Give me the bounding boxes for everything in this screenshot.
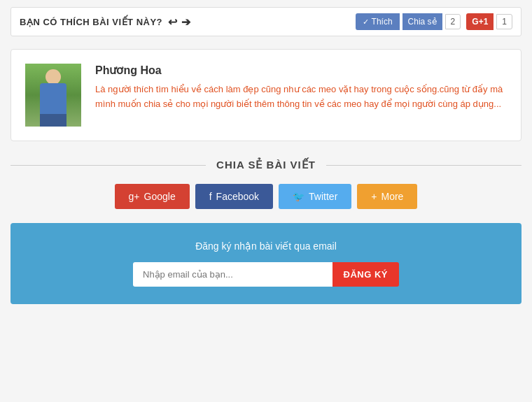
person-head	[46, 69, 61, 85]
check-icon: ✓	[363, 17, 369, 27]
google-share-button[interactable]: g+ Google	[115, 184, 190, 209]
twitter-label: Twitter	[309, 191, 337, 202]
email-input[interactable]	[133, 262, 332, 287]
twitter-share-button[interactable]: 🐦 Twitter	[279, 184, 351, 209]
facebook-label: Facebook	[216, 191, 259, 202]
google-label: Google	[144, 191, 176, 202]
more-label: More	[382, 191, 404, 202]
divider-left	[10, 165, 206, 166]
chia-se-count: 2	[445, 14, 461, 29]
gplus-count: 1	[496, 14, 512, 29]
page-wrapper: BẠN CÓ THÍCH BÀI VIẾT NÀY? ↩ ➔ ✓ Thích C…	[0, 0, 532, 311]
gplus-label: G+1	[472, 17, 488, 27]
more-share-button[interactable]: + More	[357, 184, 417, 209]
facebook-icon: f	[209, 191, 212, 202]
gplus-button[interactable]: G+1	[466, 13, 493, 30]
share-buttons: g+ Google f Facebook 🐦 Twitter + More	[10, 184, 522, 209]
chia-se-button[interactable]: Chia sẻ	[402, 13, 442, 30]
email-signup-section: Đăng ký nhận bài viết qua email ĐĂNG KÝ	[10, 223, 522, 304]
divider-right	[326, 165, 522, 166]
avatar-image	[25, 64, 81, 127]
share-divider: CHIA SẺ BÀI VIẾT	[10, 159, 522, 171]
plus-icon: +	[371, 191, 377, 202]
chia-se-label: Chia sẻ	[408, 17, 437, 27]
author-box: Phương Hoa Là người thích tìm hiểu về cá…	[10, 49, 522, 141]
author-avatar	[25, 64, 81, 127]
email-signup-title: Đăng ký nhận bài viết qua email	[24, 241, 507, 252]
like-bar-actions: ✓ Thích Chia sẻ 2 G+1 1	[356, 13, 512, 30]
email-submit-button[interactable]: ĐĂNG KÝ	[332, 262, 399, 287]
author-name: Phương Hoa	[95, 64, 507, 77]
arrow-icon: ↩ ➔	[168, 15, 190, 29]
like-bar: BẠN CÓ THÍCH BÀI VIẾT NÀY? ↩ ➔ ✓ Thích C…	[10, 7, 522, 36]
author-description: Là người thích tìm hiểu về cách làm đẹp …	[95, 82, 507, 112]
google-plus-icon: g+	[129, 191, 140, 202]
email-form: ĐĂNG KÝ	[133, 262, 399, 287]
person-legs	[40, 114, 66, 127]
facebook-share-button[interactable]: f Facebook	[195, 184, 273, 209]
thich-label: Thích	[372, 17, 393, 27]
like-bar-text: BẠN CÓ THÍCH BÀI VIẾT NÀY? ↩ ➔	[20, 15, 190, 29]
person-figure	[25, 64, 81, 127]
share-section: CHIA SẺ BÀI VIẾT g+ Google f Facebook 🐦 …	[10, 159, 522, 209]
share-title: CHIA SẺ BÀI VIẾT	[206, 159, 326, 171]
author-info: Phương Hoa Là người thích tìm hiểu về cá…	[95, 64, 507, 112]
like-question-text: BẠN CÓ THÍCH BÀI VIẾT NÀY?	[20, 17, 162, 27]
thich-button[interactable]: ✓ Thích	[356, 13, 400, 30]
person-body	[40, 83, 66, 115]
twitter-bird-icon: 🐦	[293, 191, 304, 202]
